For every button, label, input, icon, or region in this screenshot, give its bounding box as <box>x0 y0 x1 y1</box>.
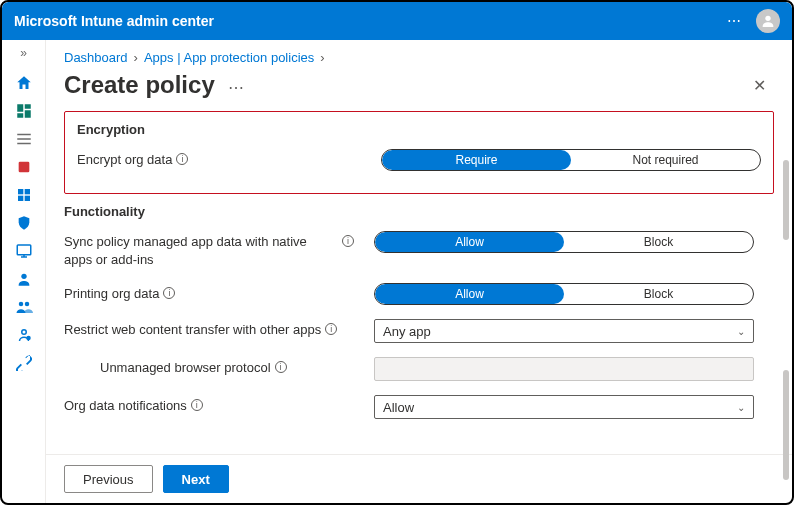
chevron-down-icon: ⌄ <box>737 326 745 337</box>
toggle-option-not-required[interactable]: Not required <box>571 150 760 170</box>
toggle-option-block[interactable]: Block <box>564 284 753 304</box>
nav-reports-icon[interactable] <box>15 242 33 260</box>
input-unmanaged-browser[interactable] <box>374 357 754 381</box>
toggle-option-require[interactable]: Require <box>382 150 571 170</box>
top-bar: Microsoft Intune admin center ⋯ <box>2 2 792 40</box>
select-restrict-web[interactable]: Any app ⌄ <box>374 319 754 343</box>
nav-devices-icon[interactable] <box>15 158 33 176</box>
breadcrumb-apps-policies[interactable]: Apps | App protection policies <box>144 50 314 65</box>
nav-groups-icon[interactable] <box>15 298 33 316</box>
nav-users-icon[interactable] <box>15 270 33 288</box>
nav-endpoint-security-icon[interactable] <box>15 214 33 232</box>
info-icon[interactable]: i <box>342 235 354 247</box>
svg-rect-1 <box>17 104 23 112</box>
section-title-functionality: Functionality <box>64 204 774 219</box>
more-icon[interactable]: ⋯ <box>727 13 742 29</box>
select-value: Any app <box>383 324 431 339</box>
chevron-down-icon: ⌄ <box>737 402 745 413</box>
page-more-icon[interactable]: ⋯ <box>228 79 244 96</box>
svg-rect-4 <box>17 113 23 118</box>
select-value: Allow <box>383 400 414 415</box>
info-icon[interactable]: i <box>191 399 203 411</box>
encryption-section-highlight: Encryption Encrypt org data i Require No… <box>64 111 774 194</box>
info-icon[interactable]: i <box>275 361 287 373</box>
label-unmanaged-browser: Unmanaged browser protocol <box>100 359 271 377</box>
label-printing: Printing org data <box>64 285 159 303</box>
info-icon[interactable]: i <box>163 287 175 299</box>
toggle-option-allow[interactable]: Allow <box>375 284 564 304</box>
page-title: Create policy <box>64 71 215 98</box>
toggle-sync-policy[interactable]: Allow Block <box>374 231 754 253</box>
label-restrict-web: Restrict web content transfer with other… <box>64 321 321 339</box>
nav-home-icon[interactable] <box>15 74 33 92</box>
breadcrumb: Dashboard › Apps | App protection polici… <box>64 50 774 65</box>
nav-apps-icon[interactable] <box>15 186 33 204</box>
info-icon[interactable]: i <box>176 153 188 165</box>
svg-point-0 <box>765 16 770 21</box>
toggle-encrypt-org-data[interactable]: Require Not required <box>381 149 761 171</box>
info-icon[interactable]: i <box>325 323 337 335</box>
toggle-printing[interactable]: Allow Block <box>374 283 754 305</box>
label-notifications: Org data notifications <box>64 397 187 415</box>
svg-rect-9 <box>18 189 23 194</box>
section-title-encryption: Encryption <box>77 122 761 137</box>
wizard-footer: Previous Next <box>46 454 792 503</box>
svg-rect-10 <box>24 189 29 194</box>
svg-point-17 <box>18 302 23 307</box>
nav-troubleshoot-icon[interactable] <box>15 354 33 372</box>
avatar[interactable] <box>756 9 780 33</box>
toggle-option-allow[interactable]: Allow <box>375 232 564 252</box>
breadcrumb-dashboard[interactable]: Dashboard <box>64 50 128 65</box>
label-encrypt-org-data: Encrypt org data <box>77 151 172 169</box>
svg-rect-8 <box>18 162 29 173</box>
nav-tenant-admin-icon[interactable] <box>15 326 33 344</box>
scrollbar-thumb[interactable] <box>783 370 789 480</box>
next-button[interactable]: Next <box>163 465 229 493</box>
scrollbar-thumb[interactable] <box>783 160 789 240</box>
close-icon[interactable]: ✕ <box>745 72 774 99</box>
svg-rect-3 <box>24 110 30 118</box>
svg-point-16 <box>21 274 26 279</box>
svg-rect-13 <box>17 245 31 255</box>
toggle-option-block[interactable]: Block <box>564 232 753 252</box>
collapse-toggle-icon[interactable]: » <box>20 46 27 60</box>
label-sync-policy: Sync policy managed app data with native… <box>64 233 338 269</box>
chevron-right-icon: › <box>134 50 138 65</box>
previous-button[interactable]: Previous <box>64 465 153 493</box>
svg-rect-11 <box>18 196 23 201</box>
svg-rect-12 <box>24 196 29 201</box>
left-nav: » <box>2 40 46 503</box>
svg-point-20 <box>26 336 31 341</box>
svg-rect-2 <box>24 104 30 109</box>
svg-point-18 <box>24 302 29 307</box>
svg-point-19 <box>21 330 26 335</box>
chevron-right-icon: › <box>320 50 324 65</box>
select-notifications[interactable]: Allow ⌄ <box>374 395 754 419</box>
nav-all-services-icon[interactable] <box>15 130 33 148</box>
nav-dashboard-icon[interactable] <box>15 102 33 120</box>
product-title: Microsoft Intune admin center <box>14 13 214 29</box>
